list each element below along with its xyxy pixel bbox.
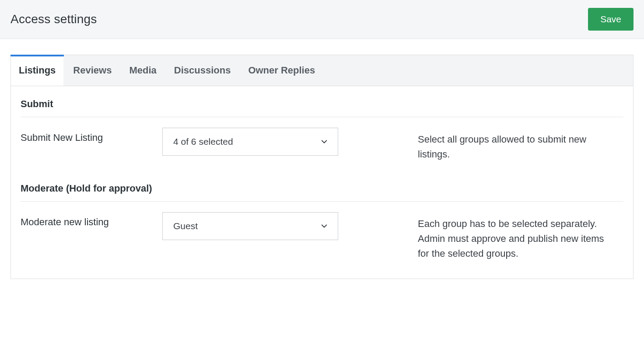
row-submit-new-listing: Submit New Listing 4 of 6 selected Selec…	[11, 117, 633, 162]
chevron-down-icon	[321, 223, 327, 229]
help-submit-new-listing: Select all groups allowed to submit new …	[418, 128, 623, 162]
tab-panel-listings: Submit Submit New Listing 4 of 6 selecte…	[10, 86, 634, 279]
help-moderate-new-listing: Each group has to be selected separately…	[418, 212, 623, 261]
tab-reviews[interactable]: Reviews	[65, 55, 119, 86]
content: Listings Reviews Media Discussions Owner…	[0, 39, 644, 297]
section-title-moderate: Moderate (Hold for approval)	[21, 183, 623, 202]
tab-discussions[interactable]: Discussions	[166, 55, 239, 86]
select-moderate-new-listing[interactable]: Guest	[162, 212, 338, 240]
page-header: Access settings Save	[0, 0, 644, 39]
control-submit-new-listing: 4 of 6 selected	[162, 128, 407, 156]
section-title-submit: Submit	[21, 98, 623, 117]
label-moderate-new-listing: Moderate new listing	[21, 212, 152, 228]
select-submit-new-listing[interactable]: 4 of 6 selected	[162, 128, 338, 156]
select-value: Guest	[173, 221, 198, 231]
tab-media[interactable]: Media	[121, 55, 164, 86]
tab-listings[interactable]: Listings	[11, 55, 63, 86]
select-value: 4 of 6 selected	[173, 136, 233, 147]
control-moderate-new-listing: Guest	[162, 212, 407, 240]
label-submit-new-listing: Submit New Listing	[21, 128, 152, 143]
tabs: Listings Reviews Media Discussions Owner…	[10, 55, 634, 86]
save-button[interactable]: Save	[588, 8, 634, 31]
tab-owner-replies[interactable]: Owner Replies	[240, 55, 323, 86]
chevron-down-icon	[321, 139, 327, 145]
row-moderate-new-listing: Moderate new listing Guest Each group ha…	[11, 202, 633, 261]
page-title: Access settings	[10, 12, 97, 26]
